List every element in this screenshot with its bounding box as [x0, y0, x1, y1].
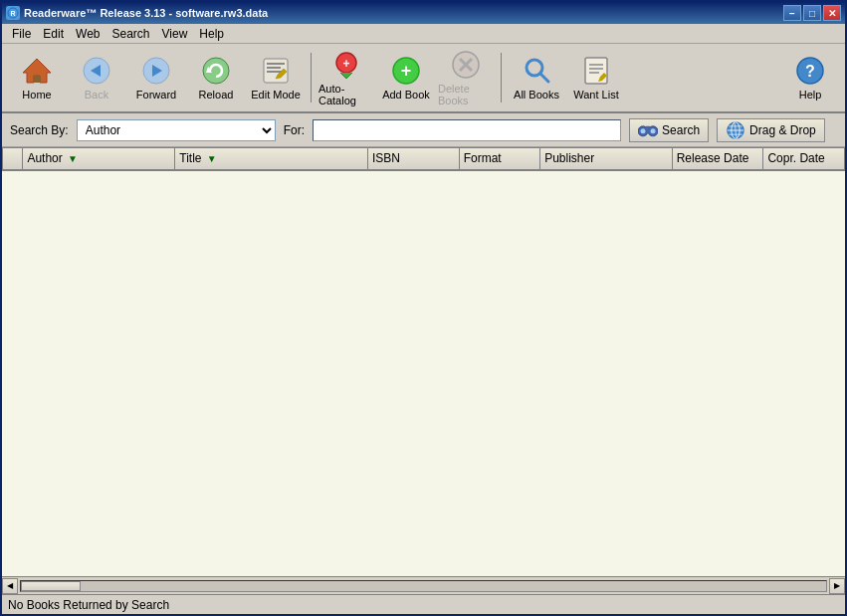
- col-header-author[interactable]: Author ▼: [23, 148, 175, 170]
- menu-edit[interactable]: Edit: [37, 25, 70, 43]
- edit-mode-label: Edit Mode: [251, 89, 301, 101]
- col-header-rownum[interactable]: [3, 148, 23, 170]
- all-books-icon: [521, 55, 552, 87]
- reload-button[interactable]: Reload: [187, 47, 245, 108]
- edit-mode-icon: [260, 55, 292, 87]
- author-sort-icon: ▼: [68, 153, 78, 164]
- home-label: Home: [22, 89, 51, 101]
- svg-text:+: +: [342, 57, 349, 71]
- for-label: For:: [284, 123, 305, 137]
- main-area: Author ▼ Title ▼ ISBN Format Publisher R…: [2, 147, 845, 576]
- menu-file[interactable]: File: [6, 25, 37, 43]
- col-header-format[interactable]: Format: [459, 148, 540, 170]
- search-input[interactable]: [313, 119, 621, 141]
- toolbar-right: ? Help: [781, 47, 839, 108]
- title-sort-icon: ▼: [207, 153, 217, 164]
- reload-icon: [200, 55, 232, 87]
- status-message: No Books Returned by Search: [8, 598, 169, 612]
- table-body-empty-row: [3, 170, 845, 518]
- main-window: R Readerware™ Release 3.13 - software.rw…: [0, 0, 847, 616]
- svg-text:R: R: [10, 10, 15, 17]
- toolbar-sep-2: [501, 53, 502, 103]
- all-books-label: All Books: [514, 89, 559, 101]
- drag-drop-label: Drag & Drop: [749, 123, 816, 137]
- want-list-icon: [580, 55, 612, 87]
- svg-rect-3: [33, 76, 41, 83]
- svg-rect-23: [585, 58, 607, 84]
- scroll-left-arrow[interactable]: ◀: [2, 578, 18, 594]
- scroll-right-arrow[interactable]: ▶: [829, 578, 845, 594]
- delete-books-button[interactable]: Delete Books: [437, 47, 495, 108]
- forward-button[interactable]: Forward: [127, 47, 185, 108]
- search-by-label: Search By:: [10, 123, 69, 137]
- app-icon: R: [6, 6, 20, 20]
- want-list-button[interactable]: Want List: [567, 47, 625, 108]
- table-header-row: Author ▼ Title ▼ ISBN Format Publisher R…: [3, 148, 845, 170]
- col-header-title[interactable]: Title ▼: [175, 148, 368, 170]
- svg-text:?: ?: [805, 63, 815, 80]
- h-scrollbar-track[interactable]: [20, 580, 827, 592]
- home-icon: [21, 55, 53, 87]
- title-bar-left: R Readerware™ Release 3.13 - software.rw…: [6, 6, 268, 20]
- help-label: Help: [799, 89, 822, 101]
- h-scrollbar[interactable]: ◀ ▶: [2, 576, 845, 594]
- edit-mode-button[interactable]: Edit Mode: [247, 47, 305, 108]
- auto-catalog-button[interactable]: + Auto-Catalog: [318, 47, 375, 108]
- globe-icon: [726, 120, 745, 140]
- close-button[interactable]: ✕: [823, 5, 841, 21]
- help-button[interactable]: ? Help: [781, 47, 839, 108]
- table-header: Author ▼ Title ▼ ISBN Format Publisher R…: [3, 148, 845, 170]
- add-book-label: Add Book: [382, 89, 430, 101]
- home-button[interactable]: Home: [8, 47, 66, 108]
- search-button-label: Search: [662, 123, 700, 137]
- table-container[interactable]: Author ▼ Title ▼ ISBN Format Publisher R…: [2, 147, 845, 572]
- title-bar: R Readerware™ Release 3.13 - software.rw…: [2, 2, 845, 24]
- menu-view[interactable]: View: [156, 25, 194, 43]
- help-icon: ?: [794, 55, 826, 87]
- svg-text:+: +: [401, 61, 412, 81]
- search-by-select[interactable]: Author Title ISBN Publisher Format: [77, 119, 276, 141]
- forward-icon: [140, 55, 172, 87]
- col-header-publisher[interactable]: Publisher: [540, 148, 673, 170]
- maximize-button[interactable]: □: [803, 5, 821, 21]
- search-bar: Search By: Author Title ISBN Publisher F…: [2, 113, 845, 147]
- col-header-coprdate[interactable]: Copr. Date: [763, 148, 845, 170]
- drag-drop-button[interactable]: Drag & Drop: [717, 118, 825, 142]
- menu-search[interactable]: Search: [106, 25, 156, 43]
- delete-books-icon: [450, 49, 482, 81]
- add-book-button[interactable]: + Add Book: [377, 47, 435, 108]
- svg-point-32: [651, 128, 656, 133]
- binoculars-icon: [638, 122, 658, 138]
- col-header-isbn[interactable]: ISBN: [367, 148, 459, 170]
- auto-catalog-icon: +: [330, 49, 362, 81]
- menu-bar: File Edit Web Search View Help: [2, 24, 845, 44]
- empty-cell: [3, 170, 845, 518]
- svg-rect-34: [646, 125, 651, 129]
- auto-catalog-label: Auto-Catalog: [318, 83, 374, 106]
- table-body: [3, 170, 845, 518]
- books-table: Author ▼ Title ▼ ISBN Format Publisher R…: [2, 147, 845, 518]
- all-books-button[interactable]: All Books: [508, 47, 565, 108]
- add-book-icon: +: [390, 55, 422, 87]
- forward-label: Forward: [136, 89, 176, 101]
- svg-line-22: [540, 74, 548, 82]
- back-label: Back: [85, 89, 108, 101]
- reload-label: Reload: [199, 89, 234, 101]
- minimize-button[interactable]: −: [783, 5, 801, 21]
- h-scrollbar-thumb[interactable]: [21, 581, 81, 591]
- want-list-label: Want List: [573, 89, 618, 101]
- window-title: Readerware™ Release 3.13 - software.rw3.…: [24, 7, 268, 19]
- search-button[interactable]: Search: [629, 118, 709, 142]
- delete-books-label: Delete Books: [438, 83, 494, 106]
- svg-point-31: [641, 128, 646, 133]
- toolbar-sep-1: [311, 53, 312, 103]
- toolbar: Home Back Forward: [2, 44, 845, 113]
- svg-rect-11: [267, 63, 285, 65]
- back-button[interactable]: Back: [68, 47, 125, 108]
- svg-rect-12: [267, 67, 281, 69]
- title-bar-buttons: − □ ✕: [783, 5, 841, 21]
- menu-web[interactable]: Web: [70, 25, 106, 43]
- back-icon: [81, 55, 112, 87]
- col-header-releasedate[interactable]: Release Date: [672, 148, 763, 170]
- menu-help[interactable]: Help: [193, 25, 230, 43]
